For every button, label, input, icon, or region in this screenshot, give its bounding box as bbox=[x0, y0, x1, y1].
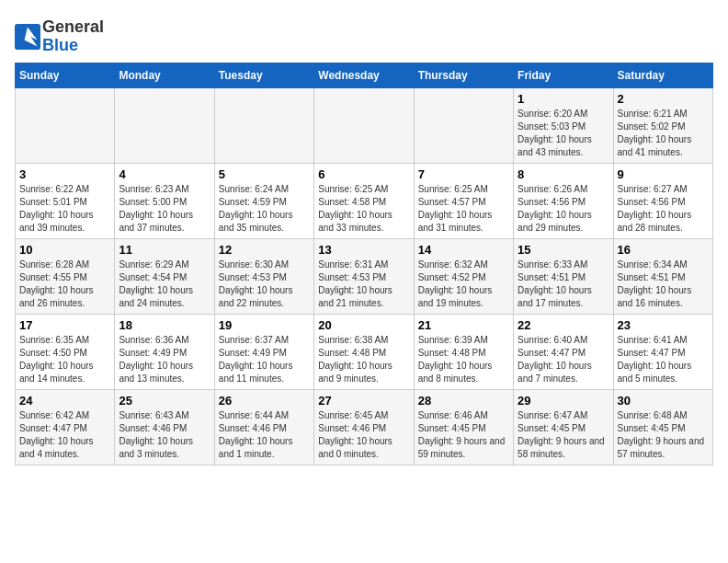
day-number: 5 bbox=[219, 167, 310, 181]
calendar-cell: 18Sunrise: 6:36 AM Sunset: 4:49 PM Dayli… bbox=[115, 314, 214, 389]
day-number: 19 bbox=[219, 318, 310, 332]
day-number: 14 bbox=[418, 243, 509, 257]
weekday-header-row: SundayMondayTuesdayWednesdayThursdayFrid… bbox=[16, 63, 713, 87]
weekday-header-sunday: Sunday bbox=[16, 63, 115, 87]
calendar-row-2: 10Sunrise: 6:28 AM Sunset: 4:55 PM Dayli… bbox=[16, 238, 713, 314]
day-info: Sunrise: 6:25 AM Sunset: 4:57 PM Dayligh… bbox=[418, 183, 509, 235]
day-number: 22 bbox=[518, 318, 609, 332]
calendar-cell: 3Sunrise: 6:22 AM Sunset: 5:01 PM Daylig… bbox=[16, 163, 115, 238]
calendar-cell: 10Sunrise: 6:28 AM Sunset: 4:55 PM Dayli… bbox=[16, 238, 115, 314]
logo-line1: General bbox=[42, 18, 104, 37]
calendar-row-4: 24Sunrise: 6:42 AM Sunset: 4:47 PM Dayli… bbox=[16, 389, 713, 465]
day-number: 28 bbox=[418, 394, 509, 408]
calendar-cell: 11Sunrise: 6:29 AM Sunset: 4:54 PM Dayli… bbox=[115, 238, 214, 314]
day-number: 11 bbox=[119, 243, 210, 257]
day-number: 24 bbox=[19, 394, 110, 408]
day-number: 7 bbox=[418, 167, 509, 181]
day-number: 29 bbox=[518, 394, 609, 408]
calendar-cell: 7Sunrise: 6:25 AM Sunset: 4:57 PM Daylig… bbox=[414, 163, 513, 238]
calendar-row-0: 1Sunrise: 6:20 AM Sunset: 5:03 PM Daylig… bbox=[16, 87, 713, 163]
day-number: 30 bbox=[618, 394, 709, 408]
calendar-cell bbox=[314, 87, 414, 163]
calendar-cell: 17Sunrise: 6:35 AM Sunset: 4:50 PM Dayli… bbox=[16, 314, 115, 389]
calendar-cell: 21Sunrise: 6:39 AM Sunset: 4:48 PM Dayli… bbox=[414, 314, 513, 389]
calendar-cell: 13Sunrise: 6:31 AM Sunset: 4:53 PM Dayli… bbox=[314, 238, 414, 314]
weekday-header-thursday: Thursday bbox=[414, 63, 513, 87]
calendar-header: SundayMondayTuesdayWednesdayThursdayFrid… bbox=[16, 63, 713, 87]
day-number: 8 bbox=[518, 167, 609, 181]
calendar-cell: 23Sunrise: 6:41 AM Sunset: 4:47 PM Dayli… bbox=[613, 314, 712, 389]
calendar-cell: 20Sunrise: 6:38 AM Sunset: 4:48 PM Dayli… bbox=[314, 314, 414, 389]
weekday-header-monday: Monday bbox=[115, 63, 214, 87]
day-info: Sunrise: 6:40 AM Sunset: 4:47 PM Dayligh… bbox=[518, 334, 609, 385]
day-info: Sunrise: 6:29 AM Sunset: 4:54 PM Dayligh… bbox=[119, 259, 210, 310]
calendar-cell: 1Sunrise: 6:20 AM Sunset: 5:03 PM Daylig… bbox=[514, 87, 613, 163]
day-info: Sunrise: 6:21 AM Sunset: 5:02 PM Dayligh… bbox=[618, 108, 709, 159]
calendar-cell: 19Sunrise: 6:37 AM Sunset: 4:49 PM Dayli… bbox=[214, 314, 313, 389]
day-number: 13 bbox=[318, 243, 409, 257]
day-info: Sunrise: 6:20 AM Sunset: 5:03 PM Dayligh… bbox=[518, 108, 609, 159]
calendar-cell: 4Sunrise: 6:23 AM Sunset: 5:00 PM Daylig… bbox=[115, 163, 214, 238]
day-number: 9 bbox=[618, 167, 709, 181]
calendar-cell: 8Sunrise: 6:26 AM Sunset: 4:56 PM Daylig… bbox=[514, 163, 613, 238]
calendar-cell: 25Sunrise: 6:43 AM Sunset: 4:46 PM Dayli… bbox=[115, 389, 214, 465]
day-info: Sunrise: 6:27 AM Sunset: 4:56 PM Dayligh… bbox=[618, 183, 709, 235]
day-info: Sunrise: 6:44 AM Sunset: 4:46 PM Dayligh… bbox=[219, 409, 310, 461]
day-info: Sunrise: 6:43 AM Sunset: 4:46 PM Dayligh… bbox=[119, 409, 210, 461]
calendar-cell: 28Sunrise: 6:46 AM Sunset: 4:45 PM Dayli… bbox=[414, 389, 513, 465]
day-info: Sunrise: 6:31 AM Sunset: 4:53 PM Dayligh… bbox=[318, 259, 409, 310]
calendar-cell: 15Sunrise: 6:33 AM Sunset: 4:51 PM Dayli… bbox=[514, 238, 613, 314]
day-number: 3 bbox=[19, 167, 110, 181]
calendar-table: SundayMondayTuesdayWednesdayThursdayFrid… bbox=[15, 63, 713, 465]
logo: General Blue bbox=[15, 18, 104, 55]
day-number: 27 bbox=[318, 394, 409, 408]
day-info: Sunrise: 6:32 AM Sunset: 4:52 PM Dayligh… bbox=[418, 259, 509, 310]
day-info: Sunrise: 6:30 AM Sunset: 4:53 PM Dayligh… bbox=[219, 259, 310, 310]
day-number: 6 bbox=[318, 167, 409, 181]
calendar-cell bbox=[414, 87, 513, 163]
day-number: 16 bbox=[618, 243, 709, 257]
weekday-header-friday: Friday bbox=[514, 63, 613, 87]
weekday-header-tuesday: Tuesday bbox=[214, 63, 313, 87]
calendar-cell: 5Sunrise: 6:24 AM Sunset: 4:59 PM Daylig… bbox=[214, 163, 313, 238]
calendar-cell: 26Sunrise: 6:44 AM Sunset: 4:46 PM Dayli… bbox=[214, 389, 313, 465]
day-number: 23 bbox=[618, 318, 709, 332]
day-number: 12 bbox=[219, 243, 310, 257]
day-number: 26 bbox=[219, 394, 310, 408]
day-number: 10 bbox=[19, 243, 110, 257]
day-info: Sunrise: 6:37 AM Sunset: 4:49 PM Dayligh… bbox=[219, 334, 310, 385]
calendar-cell: 22Sunrise: 6:40 AM Sunset: 4:47 PM Dayli… bbox=[514, 314, 613, 389]
logo-line2: Blue bbox=[42, 37, 104, 55]
calendar-row-1: 3Sunrise: 6:22 AM Sunset: 5:01 PM Daylig… bbox=[16, 163, 713, 238]
weekday-header-wednesday: Wednesday bbox=[314, 63, 414, 87]
day-info: Sunrise: 6:42 AM Sunset: 4:47 PM Dayligh… bbox=[19, 409, 110, 461]
day-number: 4 bbox=[119, 167, 210, 181]
calendar-cell: 12Sunrise: 6:30 AM Sunset: 4:53 PM Dayli… bbox=[214, 238, 313, 314]
day-info: Sunrise: 6:24 AM Sunset: 4:59 PM Dayligh… bbox=[219, 183, 310, 235]
weekday-header-saturday: Saturday bbox=[613, 63, 712, 87]
calendar-cell bbox=[214, 87, 313, 163]
day-number: 18 bbox=[119, 318, 210, 332]
day-number: 2 bbox=[618, 92, 709, 106]
day-info: Sunrise: 6:48 AM Sunset: 4:45 PM Dayligh… bbox=[618, 409, 709, 461]
day-info: Sunrise: 6:45 AM Sunset: 4:46 PM Dayligh… bbox=[318, 409, 409, 461]
day-info: Sunrise: 6:34 AM Sunset: 4:51 PM Dayligh… bbox=[618, 259, 709, 310]
calendar-cell: 29Sunrise: 6:47 AM Sunset: 4:45 PM Dayli… bbox=[514, 389, 613, 465]
day-info: Sunrise: 6:47 AM Sunset: 4:45 PM Dayligh… bbox=[518, 409, 609, 461]
calendar-cell: 24Sunrise: 6:42 AM Sunset: 4:47 PM Dayli… bbox=[16, 389, 115, 465]
calendar-cell: 27Sunrise: 6:45 AM Sunset: 4:46 PM Dayli… bbox=[314, 389, 414, 465]
calendar-cell: 14Sunrise: 6:32 AM Sunset: 4:52 PM Dayli… bbox=[414, 238, 513, 314]
day-info: Sunrise: 6:36 AM Sunset: 4:49 PM Dayligh… bbox=[119, 334, 210, 385]
day-number: 21 bbox=[418, 318, 509, 332]
calendar-row-3: 17Sunrise: 6:35 AM Sunset: 4:50 PM Dayli… bbox=[16, 314, 713, 389]
day-info: Sunrise: 6:28 AM Sunset: 4:55 PM Dayligh… bbox=[19, 259, 110, 310]
calendar-cell: 6Sunrise: 6:25 AM Sunset: 4:58 PM Daylig… bbox=[314, 163, 414, 238]
day-info: Sunrise: 6:41 AM Sunset: 4:47 PM Dayligh… bbox=[618, 334, 709, 385]
day-info: Sunrise: 6:38 AM Sunset: 4:48 PM Dayligh… bbox=[318, 334, 409, 385]
day-number: 15 bbox=[518, 243, 609, 257]
day-info: Sunrise: 6:39 AM Sunset: 4:48 PM Dayligh… bbox=[418, 334, 509, 385]
logo-icon bbox=[15, 24, 40, 50]
header: General Blue bbox=[15, 15, 713, 55]
day-number: 25 bbox=[119, 394, 210, 408]
day-info: Sunrise: 6:25 AM Sunset: 4:58 PM Dayligh… bbox=[318, 183, 409, 235]
